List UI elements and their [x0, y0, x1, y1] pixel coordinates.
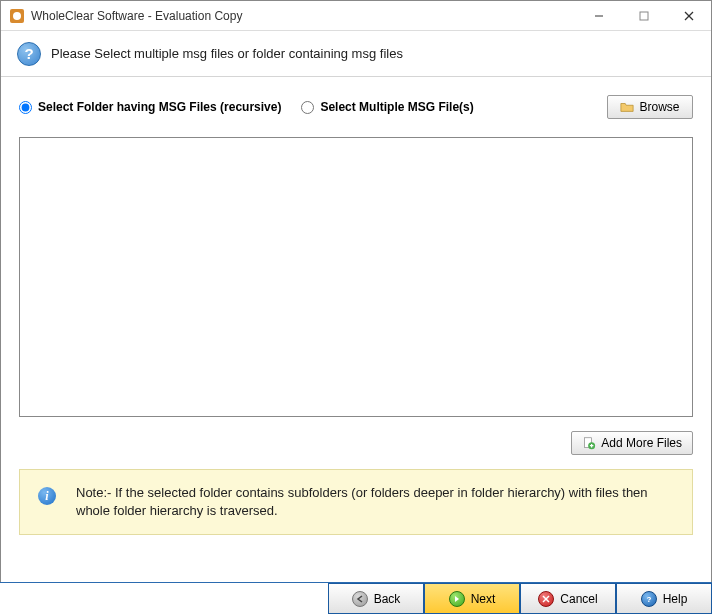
cancel-button-label: Cancel — [560, 592, 597, 606]
add-more-files-label: Add More Files — [601, 436, 682, 450]
browse-button-label: Browse — [639, 100, 679, 114]
note-box: i Note:- If the selected folder contains… — [19, 469, 693, 535]
svg-point-1 — [13, 12, 21, 20]
instruction-text: Please Select multiple msg files or fold… — [51, 46, 403, 61]
cancel-button[interactable]: Cancel — [520, 583, 616, 614]
window-controls — [576, 1, 711, 30]
next-button[interactable]: Next — [424, 583, 520, 614]
wizard-footer: Back Next Cancel ? Help — [0, 582, 712, 614]
add-more-row: Add More Files — [19, 431, 693, 455]
instruction-bar: ? Please Select multiple msg files or fo… — [1, 31, 711, 77]
cancel-icon — [538, 591, 554, 607]
svg-line-5 — [685, 12, 693, 20]
back-button[interactable]: Back — [328, 583, 424, 614]
close-button[interactable] — [666, 1, 711, 30]
radio-folder-recursive-label: Select Folder having MSG Files (recursiv… — [38, 100, 281, 114]
close-icon — [684, 11, 694, 21]
note-text: Note:- If the selected folder contains s… — [76, 484, 674, 520]
svg-line-4 — [685, 12, 693, 20]
help-button[interactable]: ? Help — [616, 583, 712, 614]
add-more-files-button[interactable]: Add More Files — [571, 431, 693, 455]
source-selection-row: Select Folder having MSG Files (recursiv… — [19, 95, 693, 119]
help-button-label: Help — [663, 592, 688, 606]
main-content: Select Folder having MSG Files (recursiv… — [1, 77, 711, 545]
svg-rect-3 — [640, 12, 648, 20]
radio-folder-recursive[interactable]: Select Folder having MSG Files (recursiv… — [19, 100, 281, 114]
minimize-icon — [594, 11, 604, 21]
title-bar: WholeClear Software - Evaluation Copy — [1, 1, 711, 31]
browse-button[interactable]: Browse — [607, 95, 693, 119]
window-title: WholeClear Software - Evaluation Copy — [31, 9, 576, 23]
app-icon — [9, 8, 25, 24]
svg-text:?: ? — [646, 595, 651, 604]
radio-multiple-files-label: Select Multiple MSG File(s) — [320, 100, 473, 114]
next-button-label: Next — [471, 592, 496, 606]
file-list-box[interactable] — [19, 137, 693, 417]
minimize-button[interactable] — [576, 1, 621, 30]
radio-multiple-files-input[interactable] — [301, 101, 314, 114]
info-icon: i — [38, 487, 56, 505]
maximize-button[interactable] — [621, 1, 666, 30]
maximize-icon — [639, 11, 649, 21]
back-icon — [352, 591, 368, 607]
back-button-label: Back — [374, 592, 401, 606]
radio-folder-recursive-input[interactable] — [19, 101, 32, 114]
question-icon: ? — [17, 42, 41, 66]
radio-multiple-files[interactable]: Select Multiple MSG File(s) — [301, 100, 473, 114]
add-file-icon — [582, 436, 596, 450]
folder-icon — [620, 100, 634, 114]
help-icon: ? — [641, 591, 657, 607]
next-icon — [449, 591, 465, 607]
